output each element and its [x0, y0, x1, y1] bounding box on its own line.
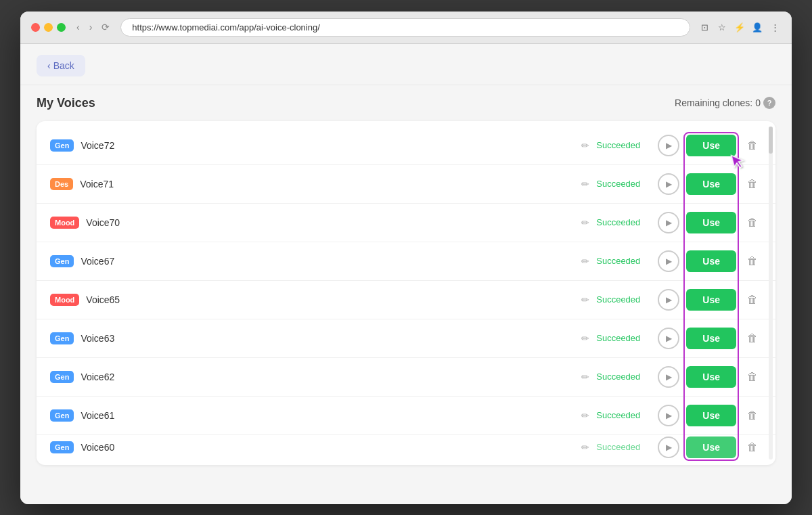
- voice-tag: Gen: [50, 255, 74, 267]
- maximize-button[interactable]: [57, 23, 66, 32]
- use-button[interactable]: Use: [686, 405, 736, 426]
- profile-icon[interactable]: 👤: [751, 21, 763, 33]
- use-button[interactable]: Use: [686, 212, 736, 233]
- voice-list-container: Gen Voice72 ✏ Succeeded ▶ Use 🗑 Des Voic…: [37, 121, 775, 465]
- trash-icon: 🗑: [747, 332, 758, 344]
- edit-icon[interactable]: ✏: [581, 372, 589, 382]
- status-badge: Succeeded: [596, 256, 640, 266]
- voice-tag: Gen: [50, 139, 74, 152]
- voice-name: Voice67: [81, 256, 572, 267]
- menu-icon[interactable]: ⋮: [769, 21, 781, 33]
- delete-button[interactable]: 🗑: [743, 407, 762, 424]
- play-icon: ▶: [666, 372, 672, 382]
- trash-icon: 🗑: [747, 441, 758, 453]
- extension-icon[interactable]: ⚡: [734, 21, 746, 33]
- status-badge: Succeeded: [596, 217, 640, 227]
- list-item: Gen Voice67 ✏ Succeeded ▶ Use 🗑: [37, 242, 775, 281]
- voice-name: Voice71: [80, 179, 572, 189]
- list-item: Gen Voice72 ✏ Succeeded ▶ Use 🗑: [37, 127, 775, 165]
- delete-button[interactable]: 🗑: [743, 368, 762, 386]
- edit-icon[interactable]: ✏: [581, 442, 589, 453]
- list-item: Des Voice71 ✏ Succeeded ▶ Use 🗑: [37, 165, 775, 204]
- edit-icon[interactable]: ✏: [581, 256, 589, 267]
- use-button[interactable]: Use: [686, 250, 736, 272]
- voice-name: Voice70: [86, 217, 572, 228]
- delete-button[interactable]: 🗑: [743, 330, 762, 347]
- back-button-label: Back: [53, 60, 74, 71]
- minimize-button[interactable]: [44, 23, 53, 32]
- edit-icon[interactable]: ✏: [581, 140, 589, 151]
- voice-tag: Gen: [50, 371, 74, 383]
- edit-icon[interactable]: ✏: [581, 410, 589, 421]
- list-item: Mood Voice65 ✏ Succeeded ▶ Use 🗑: [37, 281, 775, 319]
- play-icon: ▶: [666, 443, 672, 452]
- trash-icon: 🗑: [747, 217, 758, 228]
- edit-icon[interactable]: ✏: [581, 294, 589, 305]
- play-icon: ▶: [666, 218, 672, 227]
- url-text: https://www.topmediai.com/app/ai-voice-c…: [132, 22, 319, 32]
- main-area: My Voices Remaining clones: 0 ? Gen Voic…: [20, 85, 792, 476]
- use-button[interactable]: Use: [686, 328, 736, 349]
- play-icon: ▶: [666, 256, 672, 266]
- voice-name: Voice61: [81, 410, 572, 421]
- list-item: Gen Voice62 ✏ Succeeded ▶ Use 🗑: [37, 358, 775, 397]
- use-button[interactable]: Use: [686, 289, 736, 311]
- voices-header: My Voices Remaining clones: 0 ?: [37, 96, 775, 110]
- voice-name: Voice60: [81, 442, 572, 453]
- play-button[interactable]: ▶: [658, 212, 679, 233]
- status-badge: Succeeded: [596, 179, 640, 189]
- bookmark-icon[interactable]: ⊡: [698, 21, 710, 33]
- play-button[interactable]: ▶: [658, 135, 679, 156]
- browser-icons: ⊡ ☆ ⚡ 👤 ⋮: [698, 21, 781, 33]
- help-icon[interactable]: ?: [763, 97, 775, 109]
- delete-button[interactable]: 🗑: [743, 214, 762, 231]
- status-badge: Succeeded: [596, 333, 640, 343]
- star-icon[interactable]: ☆: [716, 21, 728, 33]
- play-button[interactable]: ▶: [658, 366, 679, 388]
- status-badge: Succeeded: [596, 372, 640, 382]
- voice-name: Voice72: [81, 140, 572, 151]
- close-button[interactable]: [31, 23, 40, 32]
- reload-button[interactable]: ⟳: [99, 20, 112, 34]
- use-button[interactable]: Use: [686, 366, 736, 388]
- voice-name: Voice65: [86, 294, 572, 305]
- play-button[interactable]: ▶: [658, 405, 679, 426]
- scrollbar-thumb[interactable]: [769, 127, 773, 154]
- page-title: My Voices: [37, 96, 95, 110]
- delete-button[interactable]: 🗑: [743, 175, 762, 193]
- delete-button[interactable]: 🗑: [743, 291, 762, 309]
- scrollbar-track[interactable]: [769, 127, 773, 460]
- play-button[interactable]: ▶: [658, 289, 679, 311]
- trash-icon: 🗑: [747, 178, 758, 189]
- sub-header: ‹ Back: [20, 44, 792, 85]
- nav-buttons: ‹ › ⟳: [74, 20, 112, 34]
- edit-icon[interactable]: ✏: [581, 179, 589, 189]
- forward-nav-button[interactable]: ›: [87, 20, 95, 34]
- back-page-button[interactable]: ‹ Back: [37, 55, 85, 76]
- voice-name: Voice62: [81, 372, 572, 382]
- play-button[interactable]: ▶: [658, 173, 679, 195]
- play-button[interactable]: ▶: [658, 328, 679, 349]
- trash-icon: 🗑: [747, 139, 758, 151]
- voice-tag: Mood: [50, 294, 79, 306]
- back-nav-button[interactable]: ‹: [74, 20, 83, 34]
- trash-icon: 🗑: [747, 371, 758, 382]
- trash-icon: 🗑: [747, 409, 758, 421]
- list-item: Mood Voice70 ✏ Succeeded ▶ Use 🗑: [37, 204, 775, 242]
- trash-icon: 🗑: [747, 255, 758, 267]
- delete-button[interactable]: 🗑: [743, 137, 762, 154]
- play-button[interactable]: ▶: [658, 436, 679, 458]
- use-button[interactable]: Use: [686, 436, 736, 458]
- edit-icon[interactable]: ✏: [581, 217, 589, 228]
- play-button[interactable]: ▶: [658, 250, 679, 272]
- use-button[interactable]: Use: [686, 173, 736, 195]
- address-bar[interactable]: https://www.topmediai.com/app/ai-voice-c…: [120, 18, 690, 37]
- edit-icon[interactable]: ✏: [581, 333, 589, 344]
- voice-name: Voice63: [81, 333, 572, 344]
- voice-tag: Gen: [50, 409, 74, 422]
- play-icon: ▶: [666, 411, 672, 420]
- use-button[interactable]: Use: [686, 135, 736, 156]
- delete-button[interactable]: 🗑: [743, 252, 762, 270]
- delete-button[interactable]: 🗑: [743, 439, 762, 456]
- trash-icon: 🗑: [747, 294, 758, 305]
